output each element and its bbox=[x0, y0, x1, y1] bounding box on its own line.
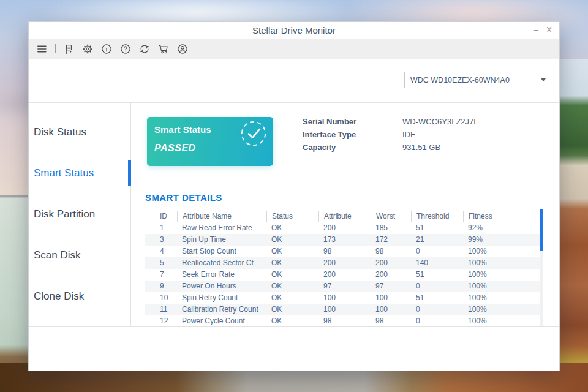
drive-info-row: Capacity931.51 GB bbox=[303, 141, 478, 154]
sidebar-item-smart-status[interactable]: Smart Status bbox=[29, 153, 130, 194]
drive-selector-value: WDC WD10EZEX-60WN4A0 bbox=[405, 76, 535, 85]
info-label: Serial Number bbox=[303, 117, 402, 126]
column-header: Status bbox=[266, 211, 318, 222]
table-cell: OK bbox=[266, 246, 318, 257]
table-cell: 97 bbox=[371, 281, 411, 292]
table-cell: 100 bbox=[318, 292, 371, 304]
table-cell: 51 bbox=[411, 269, 463, 281]
scrollbar-thumb[interactable] bbox=[540, 209, 543, 251]
table-cell: 4 bbox=[145, 246, 177, 257]
table-cell: 98 bbox=[318, 315, 371, 327]
table-cell: 100% bbox=[463, 246, 540, 257]
help-icon[interactable] bbox=[119, 42, 132, 56]
sidebar-item-disk-partition[interactable]: Disk Partition bbox=[29, 194, 130, 235]
table-cell: OK bbox=[266, 269, 318, 281]
table-cell: 172 bbox=[371, 234, 411, 246]
table-row[interactable]: 3Spin Up TimeOK1731722199% bbox=[145, 234, 540, 246]
table-cell: 200 bbox=[318, 269, 371, 281]
sidebar-item-disk-status[interactable]: Disk Status bbox=[29, 111, 130, 153]
table-cell: Reallocated Sector Ct bbox=[177, 257, 266, 269]
table-cell: 0 bbox=[411, 281, 463, 292]
check-circle-icon bbox=[239, 119, 268, 148]
table-row[interactable]: 12Power Cycle CountOK98980100% bbox=[145, 315, 540, 327]
drive-info-row: Serial NumberWD-WCC6Y3LZ2J7L bbox=[303, 115, 478, 128]
info-value: 931.51 GB bbox=[402, 143, 440, 152]
table-cell: 10 bbox=[145, 292, 177, 304]
table-row[interactable]: 9Power On HoursOK97970100% bbox=[145, 281, 540, 292]
table-cell: 100% bbox=[463, 281, 540, 292]
table-cell: OK bbox=[266, 222, 318, 234]
table-cell: 100 bbox=[371, 304, 411, 315]
refresh-icon[interactable] bbox=[138, 42, 151, 56]
table-cell: 173 bbox=[318, 234, 371, 246]
drive-info: Serial NumberWD-WCC6Y3LZ2J7LInterface Ty… bbox=[303, 115, 478, 154]
close-button[interactable]: X bbox=[546, 24, 552, 36]
table-cell: 100% bbox=[463, 292, 540, 304]
sidebar-item-label: Disk Status bbox=[34, 126, 86, 138]
table-cell: OK bbox=[266, 234, 318, 246]
sidebar-item-label: Disk Partition bbox=[34, 208, 95, 221]
table-cell: OK bbox=[266, 315, 318, 327]
table-cell: 5 bbox=[145, 257, 177, 269]
desktop: Stellar Drive Monitor – X bbox=[0, 0, 588, 392]
table-cell: Calibration Retry Count bbox=[177, 304, 266, 315]
cart-icon[interactable] bbox=[157, 42, 170, 56]
table-cell: 51 bbox=[411, 292, 463, 304]
account-icon[interactable] bbox=[176, 42, 189, 56]
table-cell: Power On Hours bbox=[177, 281, 266, 292]
drive-info-row: Interface TypeIDE bbox=[303, 128, 478, 141]
table-cell: 0 bbox=[411, 246, 463, 257]
settings-gear-icon[interactable] bbox=[81, 42, 94, 56]
table-row[interactable]: 11Calibration Retry CountOK1001000100% bbox=[145, 304, 540, 315]
table-row[interactable]: 5Reallocated Sector CtOK200200140100% bbox=[145, 257, 540, 269]
sidebar: Disk StatusSmart StatusDisk PartitionSca… bbox=[29, 103, 131, 326]
table-cell: Spin Retry Count bbox=[177, 292, 266, 304]
table-row[interactable]: 4Start Stop CountOK98980100% bbox=[145, 246, 540, 257]
table-cell: 200 bbox=[371, 269, 411, 281]
table-row[interactable]: 1Raw Read Error RateOK2001855192% bbox=[145, 222, 540, 234]
window-title: Stellar Drive Monitor bbox=[252, 25, 336, 36]
table-row[interactable]: 10Spin Retry CountOK10010051100% bbox=[145, 292, 540, 304]
table-cell: OK bbox=[266, 304, 318, 315]
table-scrollbar[interactable] bbox=[540, 209, 543, 326]
report-flag-icon[interactable] bbox=[62, 42, 75, 56]
info-value: WD-WCC6Y3LZ2J7L bbox=[402, 117, 478, 126]
table-cell: 100% bbox=[463, 315, 540, 327]
chevron-down-icon[interactable] bbox=[535, 72, 551, 88]
table-cell: OK bbox=[266, 281, 318, 292]
sidebar-item-clone-disk[interactable]: Clone Disk bbox=[29, 276, 130, 317]
main-panel: Smart Status PASSED Serial NumberWD-WCC6… bbox=[131, 103, 559, 326]
column-header: Attribute bbox=[318, 211, 371, 222]
table-cell: Raw Read Error Rate bbox=[177, 222, 266, 234]
table-cell: 0 bbox=[411, 315, 463, 327]
menu-icon[interactable] bbox=[36, 42, 49, 56]
sidebar-item-scan-disk[interactable]: Scan Disk bbox=[29, 235, 130, 276]
table-cell: 140 bbox=[411, 257, 463, 269]
drive-selector-row: WDC WD10EZEX-60WN4A0 bbox=[29, 59, 559, 103]
table-cell: 100 bbox=[318, 304, 371, 315]
table-cell: 98 bbox=[371, 246, 411, 257]
toolbar-separator bbox=[55, 44, 56, 53]
table-cell: 12 bbox=[145, 315, 177, 327]
drive-selector[interactable]: WDC WD10EZEX-60WN4A0 bbox=[404, 72, 551, 88]
table-cell: 98 bbox=[318, 246, 371, 257]
table-cell: 9 bbox=[145, 281, 177, 292]
table-cell: 11 bbox=[145, 304, 177, 315]
minimize-button[interactable]: – bbox=[534, 24, 538, 36]
smart-details-heading: SMART DETAILS bbox=[145, 192, 222, 203]
app-window: Stellar Drive Monitor – X bbox=[28, 21, 560, 371]
titlebar: Stellar Drive Monitor – X bbox=[29, 22, 559, 39]
footer-area bbox=[29, 327, 559, 371]
table-cell: 98 bbox=[371, 315, 411, 327]
column-header: Threshold bbox=[411, 211, 463, 222]
smart-card-result: PASSED bbox=[154, 143, 196, 154]
column-header: Attribute Name bbox=[177, 211, 266, 222]
smart-details-table: IDAttribute NameStatusAttributeWorstThre… bbox=[145, 211, 540, 327]
content-area: Disk StatusSmart StatusDisk PartitionSca… bbox=[29, 103, 559, 327]
info-icon[interactable] bbox=[100, 42, 113, 56]
sidebar-item-label: Smart Status bbox=[34, 167, 94, 179]
table-cell: 100% bbox=[463, 257, 540, 269]
table-row[interactable]: 7Seek Error RateOK20020051100% bbox=[145, 269, 540, 281]
table-cell: 7 bbox=[145, 269, 177, 281]
table-cell: 200 bbox=[318, 257, 371, 269]
